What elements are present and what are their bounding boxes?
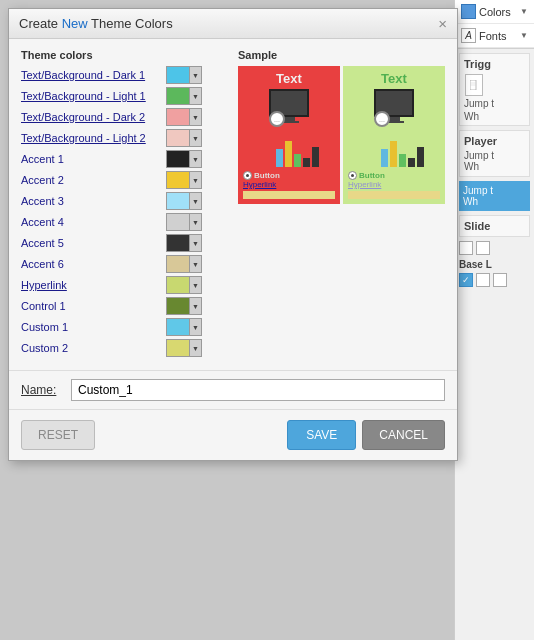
checkbox-empty[interactable] [459,241,473,255]
color-dropdown-5[interactable]: ▼ [166,171,202,189]
name-input[interactable] [71,379,445,401]
color-label-0[interactable]: Text/Background - Dark 1 [21,69,166,81]
reset-button[interactable]: RESET [21,420,95,450]
checkbox-row [459,241,530,255]
color-row-4: Accent 1 ▼ [21,150,226,168]
color-dropdown-6[interactable]: ▼ [166,192,202,210]
save-button[interactable]: SAVE [287,420,356,450]
checkbox-empty-4[interactable] [493,273,507,287]
color-label-8[interactable]: Accent 5 [21,237,166,249]
dropdown-arrow-11[interactable]: ▼ [189,298,201,314]
dropdown-arrow-13[interactable]: ▼ [189,340,201,356]
color-dropdown-7[interactable]: ▼ [166,213,202,231]
color-label-12[interactable]: Custom 1 [21,321,166,333]
color-row-9: Accent 6 ▼ [21,255,226,273]
color-row-12: Custom 1 ▼ [21,318,226,336]
color-swatch-9 [167,256,189,272]
dropdown-arrow-0[interactable]: ▼ [189,67,201,83]
color-dropdown-1[interactable]: ▼ [166,87,202,105]
dialog-title: Create New Theme Colors [19,16,173,31]
color-dropdown-12[interactable]: ▼ [166,318,202,336]
dropdown-arrow-1[interactable]: ▼ [189,88,201,104]
dialog-footer: RESET SAVE CANCEL [9,409,457,460]
cancel-button[interactable]: CANCEL [362,420,445,450]
color-row-13: Custom 2 ▼ [21,339,226,357]
color-dropdown-10[interactable]: ▼ [166,276,202,294]
checkbox-empty-2[interactable] [476,241,490,255]
color-list: Theme colors Text/Background - Dark 1 ▼ … [21,49,226,360]
dropdown-arrow-5[interactable]: ▼ [189,172,201,188]
doc-icon-1[interactable] [465,74,483,96]
color-rows-container: Text/Background - Dark 1 ▼ Text/Backgrou… [21,66,226,357]
color-swatch-2 [167,109,189,125]
color-dropdown-3[interactable]: ▼ [166,129,202,147]
color-label-4[interactable]: Accent 1 [21,153,166,165]
color-dropdown-11[interactable]: ▼ [166,297,202,315]
color-swatch-10 [167,277,189,293]
colors-toolbar-item[interactable]: Colors ▼ [455,0,534,24]
dropdown-arrow-10[interactable]: ▼ [189,277,201,293]
color-swatch-7 [167,214,189,230]
dropdown-arrow-9[interactable]: ▼ [189,256,201,272]
sample-dark-footer [243,191,335,199]
sample-light-button: Button [359,171,385,180]
color-dropdown-8[interactable]: ▼ [166,234,202,252]
sample-dark-text: Text [276,71,302,86]
color-label-13[interactable]: Custom 2 [21,342,166,354]
color-label-5[interactable]: Accent 2 [21,174,166,186]
color-swatch-13 [167,340,189,356]
color-dropdown-9[interactable]: ▼ [166,255,202,273]
sample-light-footer [348,191,440,199]
color-label-11[interactable]: Control 1 [21,300,166,312]
color-dropdown-4[interactable]: ▼ [166,150,202,168]
sample-dark-bottom: Button Hyperlink [243,171,335,199]
dropdown-arrow-8[interactable]: ▼ [189,235,201,251]
bars-light [381,135,424,167]
color-label-10[interactable]: Hyperlink [21,279,166,291]
color-row-6: Accent 3 ▼ [21,192,226,210]
triggers-section: Trigg Jump tWh [459,53,530,126]
checkbox-empty-3[interactable] [476,273,490,287]
close-button[interactable]: × [438,16,447,31]
dropdown-arrow-3[interactable]: ▼ [189,130,201,146]
sample-area: Text ... [238,66,445,204]
color-swatch-6 [167,193,189,209]
sample-light-hyperlink: Hyperlink [348,180,440,189]
bars-dark [276,135,319,167]
color-swatch-12 [167,319,189,335]
colors-label: Colors [479,6,511,18]
color-label-9[interactable]: Accent 6 [21,258,166,270]
sample-light-text: Text [381,71,407,86]
dropdown-arrow-12[interactable]: ▼ [189,319,201,335]
right-panel-content: Trigg Jump tWh Player Jump tWh Jump tWh [455,49,534,295]
slide-title: Slide [464,220,525,232]
checkbox-checked[interactable]: ✓ [459,273,473,287]
color-dropdown-0[interactable]: ▼ [166,66,202,84]
color-label-2[interactable]: Text/Background - Dark 2 [21,111,166,123]
dropdown-arrow-2[interactable]: ▼ [189,109,201,125]
color-swatch-1 [167,88,189,104]
color-dropdown-13[interactable]: ▼ [166,339,202,357]
color-row-7: Accent 4 ▼ [21,213,226,231]
dropdown-arrow-7[interactable]: ▼ [189,214,201,230]
name-row: Name: [9,370,457,409]
color-label-6[interactable]: Accent 3 [21,195,166,207]
fonts-toolbar-item[interactable]: A Fonts ▼ [455,24,534,48]
checked-checkbox-row: ✓ [459,273,530,287]
sample-panel: Sample Text ... [238,49,445,360]
color-label-3[interactable]: Text/Background - Light 2 [21,132,166,144]
color-label-7[interactable]: Accent 4 [21,216,166,228]
color-label-1[interactable]: Text/Background - Light 1 [21,90,166,102]
color-row-0: Text/Background - Dark 1 ▼ [21,66,226,84]
color-row-10: Hyperlink ▼ [21,276,226,294]
jump-active-btn[interactable]: Jump tWh [459,181,530,211]
fonts-caret-icon: ▼ [520,31,528,40]
color-dropdown-2[interactable]: ▼ [166,108,202,126]
dropdown-arrow-6[interactable]: ▼ [189,193,201,209]
dropdown-arrow-4[interactable]: ▼ [189,151,201,167]
player-section: Player Jump tWh [459,130,530,177]
title-prefix: Create [19,16,62,31]
title-new: New [62,16,88,31]
sample-light-bottom: Button Hyperlink [348,171,440,199]
sample-light-box: Text ... [343,66,445,204]
